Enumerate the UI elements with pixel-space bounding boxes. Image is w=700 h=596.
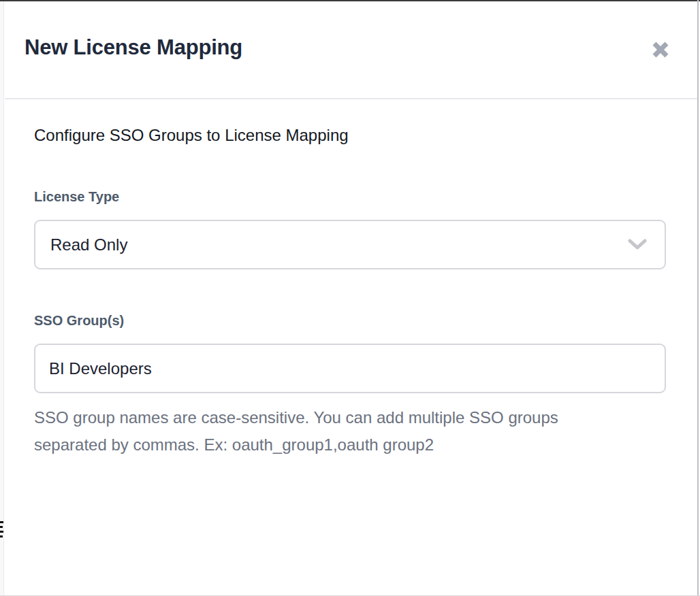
sso-groups-helper-text: SSO group names are case-sensitive. You … xyxy=(34,404,558,459)
close-button[interactable] xyxy=(646,35,675,65)
background-text-fragment xyxy=(0,535,3,537)
license-mapping-modal: New License Mapping Configure SSO Groups… xyxy=(0,0,700,596)
background-text-fragment xyxy=(0,521,3,523)
helper-line-2: separated by commas. Ex: oauth_group1,oa… xyxy=(34,431,558,459)
modal-title: New License Mapping xyxy=(25,35,242,60)
sso-groups-label: SSO Group(s) xyxy=(34,313,124,329)
background-text-fragment xyxy=(0,526,3,528)
background-page-peek xyxy=(0,1,4,596)
configure-sso-heading: Configure SSO Groups to License Mapping xyxy=(34,126,349,145)
sso-groups-field-wrapper xyxy=(34,344,666,393)
license-type-selected-value: Read Only xyxy=(50,235,127,254)
modal-body: Configure SSO Groups to License Mapping … xyxy=(5,99,697,595)
helper-line-1: SSO group names are case-sensitive. You … xyxy=(34,404,558,431)
modal-header: New License Mapping xyxy=(5,1,697,99)
close-icon xyxy=(650,39,671,60)
background-text-fragment xyxy=(0,531,3,533)
license-type-label: License Type xyxy=(34,189,119,205)
chevron-down-icon xyxy=(628,239,647,251)
license-type-select[interactable]: Read Only xyxy=(34,220,666,269)
window-right-edge xyxy=(697,0,699,596)
sso-groups-input[interactable] xyxy=(35,345,665,392)
